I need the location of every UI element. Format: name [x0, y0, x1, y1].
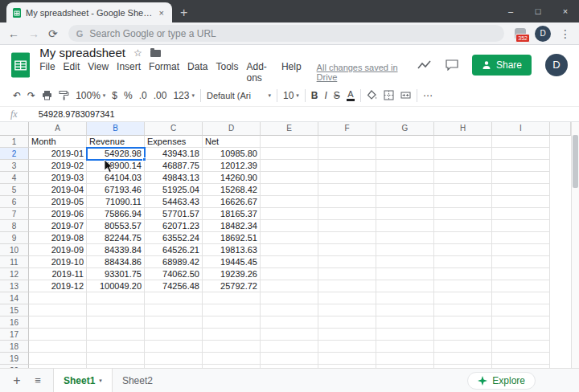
cell-i8[interactable]: [492, 220, 550, 232]
cell-d13[interactable]: 25792.72: [203, 280, 261, 292]
cell-b3[interactable]: 58900.14: [87, 160, 145, 172]
cell-c3[interactable]: 46887.75: [145, 160, 203, 172]
row-header-5[interactable]: 5: [0, 184, 29, 196]
cell-d2[interactable]: 10985.80: [203, 148, 261, 160]
back-icon[interactable]: ←: [8, 28, 19, 39]
new-tab-button[interactable]: +: [172, 2, 195, 22]
more-toolbar-icon[interactable]: ⋯: [420, 89, 436, 102]
redo-icon[interactable]: ↷: [24, 89, 39, 102]
cell-h7[interactable]: [434, 208, 492, 220]
borders-icon[interactable]: [380, 89, 397, 101]
cell-g18[interactable]: [376, 341, 434, 353]
cell-h8[interactable]: [434, 220, 492, 232]
cell-g4[interactable]: [376, 172, 434, 184]
cell-f6[interactable]: [318, 196, 376, 208]
cell-i3[interactable]: [492, 160, 550, 172]
cell-i9[interactable]: [492, 232, 550, 244]
cell-h2[interactable]: [434, 148, 492, 160]
row-header-9[interactable]: 9: [0, 232, 29, 244]
cell-d12[interactable]: 19239.26: [203, 268, 261, 280]
cell-f1[interactable]: [318, 136, 376, 148]
row-header-18[interactable]: 18: [0, 341, 29, 353]
cell-h10[interactable]: [434, 244, 492, 256]
row-header-3[interactable]: 3: [0, 160, 29, 172]
cell-a10[interactable]: 2019-09: [29, 244, 87, 256]
cell-g16[interactable]: [376, 316, 434, 329]
cell-h11[interactable]: [434, 256, 492, 268]
cell-d18[interactable]: [203, 341, 261, 353]
cell-h9[interactable]: [434, 232, 492, 244]
cell-d11[interactable]: 19445.45: [203, 256, 261, 268]
cell-f10[interactable]: [318, 244, 376, 256]
cell-c4[interactable]: 49843.13: [145, 172, 203, 184]
row-header-15[interactable]: 15: [0, 304, 29, 316]
cell-b6[interactable]: 71090.11: [87, 196, 145, 208]
row-header-7[interactable]: 7: [0, 208, 29, 220]
cell-i19[interactable]: [492, 353, 550, 365]
cell-a19[interactable]: [29, 353, 87, 365]
cell-c1[interactable]: Expenses: [145, 136, 203, 148]
cell-i15[interactable]: [492, 304, 550, 316]
row-header-2[interactable]: 2: [0, 148, 29, 160]
cell-e18[interactable]: [261, 341, 318, 353]
app-avatar[interactable]: D: [545, 54, 568, 76]
cell-e5[interactable]: [261, 184, 318, 196]
strikethrough-button[interactable]: S: [331, 89, 343, 102]
cell-b4[interactable]: 64104.03: [87, 172, 145, 184]
cell-g13[interactable]: [376, 280, 434, 292]
cell-b15[interactable]: [87, 304, 145, 316]
number-format-select[interactable]: 123▾: [170, 89, 198, 102]
close-button[interactable]: ×: [552, 0, 579, 22]
scrollbar-thumb[interactable]: [573, 135, 578, 188]
folder-icon[interactable]: [150, 50, 161, 57]
cell-a13[interactable]: 2019-12: [29, 280, 87, 292]
menu-tools[interactable]: Tools: [211, 61, 242, 84]
cell-g11[interactable]: [376, 256, 434, 268]
add-sheet-button[interactable]: +: [6, 374, 27, 388]
cell-e11[interactable]: [261, 256, 318, 268]
cell-d9[interactable]: 18692.51: [203, 232, 261, 244]
cell-g19[interactable]: [376, 353, 434, 365]
comment-icon[interactable]: [446, 59, 458, 71]
cell-a9[interactable]: 2019-08: [29, 232, 87, 244]
cell-h3[interactable]: [434, 160, 492, 172]
column-header-e[interactable]: E: [261, 122, 318, 136]
cell-g3[interactable]: [376, 160, 434, 172]
cell-h12[interactable]: [434, 268, 492, 280]
cell-e13[interactable]: [261, 280, 318, 292]
cell-e10[interactable]: [261, 244, 318, 256]
cell-d15[interactable]: [203, 304, 261, 316]
cell-e14[interactable]: [261, 292, 318, 304]
cell-a11[interactable]: 2019-10: [29, 256, 87, 268]
cell-i1[interactable]: [492, 136, 550, 148]
star-icon[interactable]: ☆: [133, 47, 142, 59]
cell-e12[interactable]: [261, 268, 318, 280]
menu-view[interactable]: View: [84, 61, 113, 84]
cell-a18[interactable]: [29, 341, 87, 353]
cell-g17[interactable]: [376, 329, 434, 341]
cell-a14[interactable]: [29, 292, 87, 304]
cell-i20[interactable]: [492, 365, 550, 368]
row-header-20[interactable]: 20: [0, 365, 29, 368]
cell-a4[interactable]: 2019-03: [29, 172, 87, 184]
cell-a6[interactable]: 2019-05: [29, 196, 87, 208]
cell-g1[interactable]: [376, 136, 434, 148]
cell-b2[interactable]: 54928.98: [87, 148, 145, 160]
cell-d16[interactable]: [203, 316, 261, 329]
cell-h1[interactable]: [434, 136, 492, 148]
cell-c19[interactable]: [145, 353, 203, 365]
cell-d10[interactable]: 19813.63: [203, 244, 261, 256]
cell-c10[interactable]: 64526.21: [145, 244, 203, 256]
forward-icon[interactable]: →: [28, 28, 39, 39]
cell-i11[interactable]: [492, 256, 550, 268]
menu-insert[interactable]: Insert: [113, 61, 145, 84]
column-header-g[interactable]: G: [376, 122, 434, 136]
menu-file[interactable]: File: [39, 61, 59, 84]
cell-b5[interactable]: 67193.46: [87, 184, 145, 196]
cell-g5[interactable]: [376, 184, 434, 196]
cell-g15[interactable]: [376, 304, 434, 316]
cell-g12[interactable]: [376, 268, 434, 280]
cell-d8[interactable]: 18482.34: [203, 220, 261, 232]
menu-add-ons[interactable]: Add-ons: [242, 61, 277, 84]
cell-i10[interactable]: [492, 244, 550, 256]
